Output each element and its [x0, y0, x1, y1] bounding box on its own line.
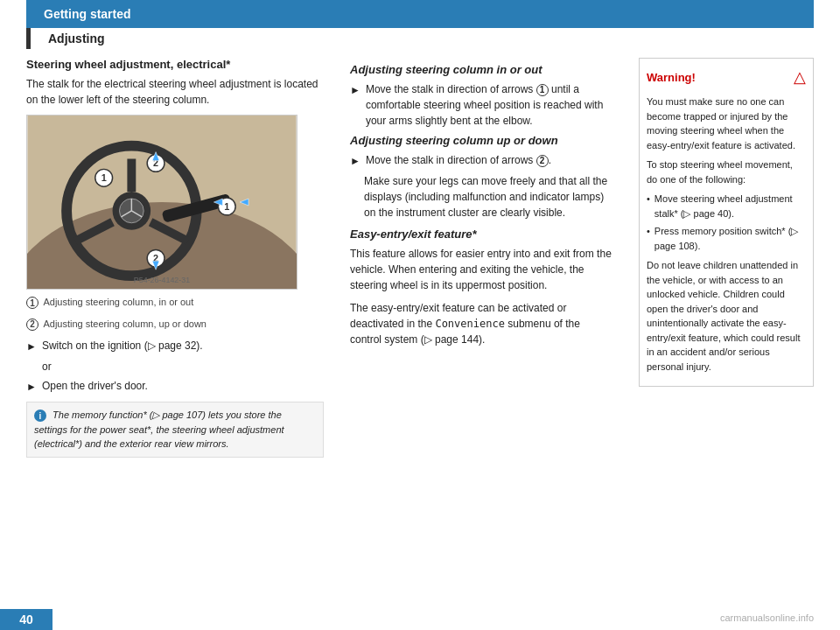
warning-bullet-2: • Press memory position switch* (▷ page …: [647, 224, 806, 253]
middle-section2-note: Make sure your legs can move freely and …: [350, 173, 612, 220]
adj-heading-3: Easy-entry/exit feature*: [350, 228, 612, 241]
info-text: The memory function* (▷ page 107) lets y…: [34, 410, 284, 449]
left-heading: Steering wheel adjustment, electrical*: [26, 58, 324, 71]
left-bullet-1: ► Switch on the ignition (▷ page 32).: [26, 338, 324, 354]
middle-bullet-2: ► Move the stalk in direction of arrows …: [350, 152, 612, 169]
middle-arrow-1: ►: [350, 82, 360, 98]
warning-bullet-1: • Move steering wheel adjustment stalk* …: [647, 192, 806, 220]
left-bullet-2-text: Open the driver's door.: [42, 378, 148, 394]
circle-1: 1: [536, 84, 549, 96]
warning-dot-1: •: [647, 192, 650, 206]
middle-column: Adjusting steering column in or out ► Mo…: [341, 58, 621, 600]
warning-bullet-2-text: Press memory position switch* (▷ page 10…: [654, 224, 806, 253]
right-column: Warning! △ You must make sure no one can…: [639, 58, 814, 600]
middle-arrow-2: ►: [350, 153, 360, 169]
image-caption-1: 1 Adjusting steering column, in or out: [26, 295, 324, 310]
middle-section3-para1: This feature allows for easier entry int…: [350, 246, 612, 293]
main-content: Steering wheel adjustment, electrical* T…: [0, 49, 840, 609]
left-bullet-2: ► Open the driver's door.: [26, 378, 324, 395]
warning-para2: To stop steering wheel movement, do one …: [647, 158, 806, 186]
middle-section3-para2: The easy-entry/exit feature can be activ…: [350, 300, 612, 347]
left-intro: The stalk for the electrical steering wh…: [26, 76, 324, 108]
warning-box: Warning! △ You must make sure no one can…: [639, 58, 814, 387]
page-wrap: Getting started Adjusting Steering wheel…: [0, 0, 840, 630]
warning-header: Warning! △: [647, 66, 806, 89]
image-caption-2: 2 Adjusting steering column, up or down: [26, 317, 324, 332]
header-title: Getting started: [44, 7, 131, 21]
warning-title: Warning!: [647, 69, 696, 87]
car-image-box: 1 2 1 2: [26, 115, 298, 290]
bullet-arrow-2: ►: [26, 379, 37, 395]
page-number: 40: [0, 609, 52, 630]
warning-para1: You must make sure no one can become tra…: [647, 94, 806, 152]
section-title: Adjusting: [48, 32, 105, 46]
header-bar: Getting started: [26, 0, 814, 28]
warning-triangle-icon: △: [794, 66, 806, 89]
section-bar: Adjusting: [26, 28, 814, 49]
steering-wheel-illustration: 1 2 1 2: [27, 116, 297, 289]
svg-text:1: 1: [224, 201, 229, 212]
middle-bullet-1: ► Move the stalk in direction of arrows …: [350, 81, 612, 129]
bullet-arrow-1: ►: [26, 339, 37, 354]
warning-bullet-1-text: Move steering wheel adjustment stalk* (▷…: [654, 192, 806, 220]
caption-circle-1: 1: [26, 297, 38, 309]
adj-heading-1: Adjusting steering column in or out: [350, 63, 612, 76]
circle-2: 2: [536, 155, 549, 167]
info-box: i The memory function* (▷ page 107) lets…: [26, 402, 324, 458]
adj-heading-2: Adjusting steering column up or down: [350, 134, 612, 147]
middle-bullet-2-text: Move the stalk in direction of arrows 2.: [366, 152, 551, 168]
middle-bullet-1-text: Move the stalk in direction of arrows 1 …: [366, 81, 612, 129]
caption-circle-2: 2: [26, 318, 38, 331]
left-column: Steering wheel adjustment, electrical* T…: [26, 58, 324, 600]
warning-para3: Do not leave children unattended in the …: [647, 258, 806, 374]
convenience-code: Convenience: [435, 318, 504, 330]
svg-text:1: 1: [102, 172, 107, 183]
warning-dot-2: •: [647, 224, 650, 239]
info-icon: i: [34, 410, 46, 422]
left-bullet-1-text: Switch on the ignition (▷ page 32).: [42, 338, 203, 354]
svg-text:P54-26-4142-31: P54-26-4142-31: [134, 276, 190, 284]
watermark: carmanualsonline.info: [720, 612, 814, 623]
left-or-text: or: [26, 359, 324, 374]
